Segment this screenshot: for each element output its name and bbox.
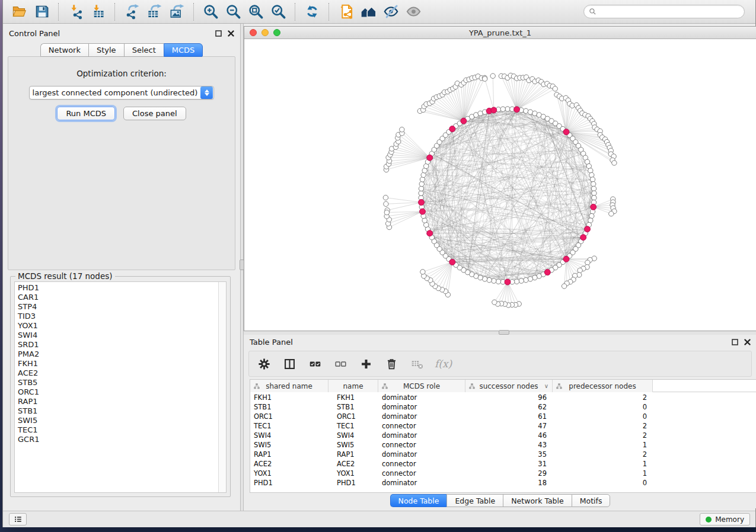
mcds-node[interactable] — [563, 129, 569, 135]
table-row[interactable]: SWI5SWI5connector431 — [250, 440, 653, 450]
memory-button[interactable]: Memory — [700, 513, 750, 525]
minimize-window-icon[interactable] — [261, 29, 269, 36]
zoom-out-button[interactable] — [222, 2, 244, 22]
mcds-result-item[interactable]: PHD1 — [18, 283, 218, 293]
network-node[interactable] — [562, 284, 566, 289]
delete-column-button[interactable] — [384, 356, 399, 371]
mcds-result-item[interactable]: SWI4 — [18, 331, 218, 340]
zoom-in-button[interactable] — [199, 2, 222, 22]
network-node[interactable] — [553, 86, 557, 91]
mcds-node[interactable] — [505, 279, 511, 285]
mcds-node[interactable] — [591, 204, 596, 210]
tab-node-table[interactable]: Node Table — [390, 494, 447, 507]
tab-select[interactable]: Select — [124, 43, 164, 57]
mcds-result-item[interactable]: TEC1 — [18, 425, 218, 435]
tab-style[interactable]: Style — [88, 43, 124, 57]
mcds-node[interactable] — [461, 118, 467, 124]
close-panel-icon[interactable] — [228, 30, 234, 37]
network-node[interactable] — [588, 168, 593, 173]
table-row[interactable]: TEC1TEC1connector472 — [250, 421, 653, 431]
new-network-from-selection-button[interactable] — [334, 2, 357, 22]
column-header-MCDS-role[interactable]: MCDS role — [378, 380, 465, 392]
network-node[interactable] — [591, 186, 596, 191]
mcds-result-item[interactable]: STB1 — [18, 406, 218, 416]
network-node[interactable] — [519, 278, 524, 283]
table-row[interactable]: PHD1PHD1dominator180 — [250, 478, 653, 488]
first-neighbors-button[interactable] — [357, 2, 379, 22]
mcds-result-item[interactable]: SWI5 — [18, 416, 218, 425]
network-node[interactable] — [419, 181, 424, 186]
network-node[interactable] — [592, 191, 596, 196]
column-header-name[interactable]: name — [328, 380, 378, 392]
zoom-selected-button[interactable] — [267, 2, 289, 22]
add-column-button[interactable] — [358, 356, 374, 371]
clear-selection-button[interactable] — [333, 356, 348, 371]
mcds-result-item[interactable]: YOX1 — [18, 321, 218, 331]
network-node[interactable] — [383, 195, 388, 200]
search-input[interactable] — [600, 8, 739, 16]
network-canvas[interactable] — [244, 39, 756, 331]
network-node[interactable] — [589, 172, 594, 177]
network-node[interactable] — [492, 278, 496, 283]
mcds-node[interactable] — [585, 226, 591, 232]
table-row[interactable]: ACE2ACE2connector311 — [250, 459, 653, 469]
network-node[interactable] — [384, 210, 389, 214]
network-node[interactable] — [492, 300, 497, 305]
network-node[interactable] — [422, 218, 427, 223]
column-header-successor-nodes[interactable]: successor nodes∨ — [465, 380, 553, 392]
zoom-fit-button[interactable] — [244, 2, 267, 22]
tab-mcds[interactable]: MCDS — [164, 43, 203, 57]
table-row[interactable]: STB1STB1dominator620 — [250, 402, 653, 412]
column-header-shared-name[interactable]: shared name — [250, 380, 328, 392]
mcds-result-item[interactable]: SRD1 — [18, 340, 218, 350]
table-row[interactable]: YOX1YOX1connector291 — [250, 469, 653, 478]
mcds-node[interactable] — [449, 126, 455, 132]
mcds-result-item[interactable]: ORC1 — [18, 387, 218, 397]
export-network-button[interactable] — [120, 2, 143, 22]
column-header-predecessor-nodes[interactable]: predecessor nodes — [553, 380, 653, 392]
network-node[interactable] — [524, 108, 528, 113]
mcds-result-item[interactable]: GCR1 — [18, 435, 218, 444]
mcds-node[interactable] — [491, 107, 497, 113]
table-row[interactable]: FKH1FKH1dominator962 — [250, 393, 653, 402]
mcds-result-item[interactable]: TID3 — [18, 312, 218, 321]
apply-layout-button[interactable] — [301, 2, 323, 22]
network-node[interactable] — [591, 181, 596, 186]
network-node[interactable] — [384, 201, 388, 206]
network-node[interactable] — [419, 186, 423, 191]
open-session-button[interactable] — [8, 2, 30, 22]
network-node[interactable] — [590, 177, 595, 182]
mcds-result-item[interactable]: PMA2 — [18, 350, 218, 359]
close-table-panel-icon[interactable] — [744, 339, 751, 345]
network-node[interactable] — [490, 73, 495, 78]
mcds-result-item[interactable]: ACE2 — [18, 368, 218, 378]
run-mcds-button[interactable]: Run MCDS — [57, 107, 115, 120]
save-session-button[interactable] — [30, 2, 53, 22]
mcds-node[interactable] — [427, 230, 433, 236]
network-node[interactable] — [524, 278, 528, 283]
mcds-result-item[interactable]: RAP1 — [18, 397, 218, 406]
tab-motifs[interactable]: Motifs — [572, 494, 611, 507]
mcds-result-item[interactable]: STP4 — [18, 302, 218, 312]
network-node[interactable] — [592, 196, 596, 200]
table-settings-button[interactable] — [256, 356, 272, 371]
float-table-panel-icon[interactable] — [732, 339, 738, 345]
export-image-button[interactable] — [165, 2, 188, 22]
show-columns-button[interactable] — [282, 356, 297, 371]
network-node[interactable] — [612, 161, 617, 165]
close-panel-button[interactable]: Close panel — [123, 107, 186, 120]
table-row[interactable]: RAP1RAP1dominator352 — [250, 450, 653, 459]
mcds-node[interactable] — [544, 270, 550, 275]
export-table-button[interactable] — [143, 2, 165, 22]
network-node[interactable] — [400, 127, 404, 132]
close-window-icon[interactable] — [250, 29, 257, 36]
mcds-node[interactable] — [420, 209, 426, 214]
optimization-select[interactable]: largest connected component (undirected) — [29, 86, 214, 100]
mcds-node[interactable] — [449, 259, 455, 265]
network-node[interactable] — [585, 260, 590, 265]
mcds-result-item[interactable]: STB5 — [18, 378, 218, 387]
mcds-list-scrollbar[interactable] — [218, 282, 226, 492]
network-node[interactable] — [514, 279, 519, 284]
show-all-button[interactable] — [402, 2, 425, 22]
hide-selected-button[interactable] — [379, 2, 402, 22]
